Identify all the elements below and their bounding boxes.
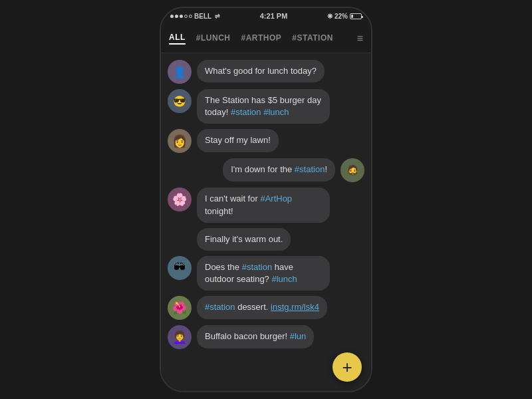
avatar: 🌸 xyxy=(168,188,192,211)
message-row: 👤 What's good for lunch today? xyxy=(168,60,364,84)
avatar: 🌺 xyxy=(168,296,192,320)
battery-percent: 22% xyxy=(334,13,348,20)
message-row: 🧔 I'm down for the #station! xyxy=(168,158,364,182)
tab-arthop[interactable]: #ARTHOP xyxy=(241,33,282,44)
avatar: 👩 xyxy=(168,129,192,153)
message-text: Buffalo bacon burger! #lun xyxy=(205,331,306,341)
message-text: What's good for lunch today? xyxy=(205,66,317,76)
message-text: #station dessert. instg.rm/lsk4 xyxy=(205,302,319,312)
message-bubble: Does the #station have outdoor seating? … xyxy=(197,256,330,291)
bluetooth-icon: ❋ xyxy=(327,13,332,20)
status-time: 4:21 PM xyxy=(260,12,288,20)
status-right: ❋ 22% xyxy=(327,13,362,20)
hashtag: #station xyxy=(242,262,273,272)
hashtag: #station xyxy=(205,302,235,312)
dot-3 xyxy=(180,15,183,18)
wifi-icon: ⇌ xyxy=(215,13,220,19)
avatar: 🕶 xyxy=(168,256,192,280)
message-row: 😎 The Station has $5 burger day today! #… xyxy=(168,89,364,124)
message-text: The Station has $5 burger day today! #st… xyxy=(205,95,321,117)
message-bubble: #station dessert. instg.rm/lsk4 xyxy=(197,296,327,319)
message-row: 🌸 I can't wait for #ArtHop tonight! xyxy=(168,188,364,222)
hashtag: #lunch xyxy=(263,107,289,117)
message-bubble: Finally it's warm out. xyxy=(197,228,291,251)
message-text: I'm down for the #station! xyxy=(231,164,327,174)
dot-2 xyxy=(175,15,178,18)
hashtag: #lunch xyxy=(271,274,297,284)
message-bubble: Buffalo bacon burger! #lun xyxy=(197,325,314,348)
carrier-label: BELL xyxy=(194,13,211,20)
phone-frame: BELL ⇌ 4:21 PM ❋ 22% ALL #LUNCH #ARTHOP … xyxy=(160,7,372,392)
status-left: BELL ⇌ xyxy=(170,13,220,20)
dot-5 xyxy=(189,15,192,18)
tab-station[interactable]: #STATION xyxy=(292,33,333,44)
message-bubble: I can't wait for #ArtHop tonight! xyxy=(197,188,330,222)
battery-fill xyxy=(351,15,353,18)
message-text: Stay off my lawn! xyxy=(205,135,271,145)
message-bubble: What's good for lunch today? xyxy=(197,60,325,82)
avatar: 👩‍🦱 xyxy=(168,325,192,349)
message-row: 🌺 #station dessert. instg.rm/lsk4 xyxy=(168,296,364,320)
avatar: 👤 xyxy=(168,60,192,84)
hashtag: #station xyxy=(295,164,325,174)
compose-fab-button[interactable]: + xyxy=(332,352,362,382)
hashtag: #station xyxy=(231,107,261,117)
message-bubble: Stay off my lawn! xyxy=(197,129,279,152)
message-bubble: I'm down for the #station! xyxy=(223,158,335,181)
hamburger-menu-icon[interactable]: ≡ xyxy=(357,33,363,45)
messages-list: 👤 What's good for lunch today? 😎 The Sta… xyxy=(161,53,371,391)
nav-bar: ALL #LUNCH #ARTHOP #STATION ≡ xyxy=(161,24,371,53)
hashtag: #lun xyxy=(290,331,307,341)
message-row: 👩 Stay off my lawn! xyxy=(168,129,364,153)
tab-all[interactable]: ALL xyxy=(169,33,186,45)
message-row: 🕶 Does the #station have outdoor seating… xyxy=(168,256,364,291)
dot-4 xyxy=(184,15,188,18)
avatar: 🧔 xyxy=(340,158,364,182)
battery-icon xyxy=(350,13,362,19)
message-text: I can't wait for #ArtHop tonight! xyxy=(205,194,292,215)
tab-lunch[interactable]: #LUNCH xyxy=(196,33,231,44)
message-row: 👩‍🦱 Buffalo bacon burger! #lun xyxy=(168,325,364,349)
signal-dots xyxy=(170,15,192,18)
hashtag: #ArtHop xyxy=(260,194,292,203)
message-text: Does the #station have outdoor seating? … xyxy=(205,262,297,284)
status-bar: BELL ⇌ 4:21 PM ❋ 22% xyxy=(161,8,371,24)
message-text: Finally it's warm out. xyxy=(205,234,283,244)
avatar: 😎 xyxy=(168,89,192,113)
message-row: Finally it's warm out. xyxy=(168,228,364,251)
message-bubble: The Station has $5 burger day today! #st… xyxy=(197,89,330,124)
message-link[interactable]: instg.rm/lsk4 xyxy=(271,302,319,312)
dot-1 xyxy=(170,15,174,18)
